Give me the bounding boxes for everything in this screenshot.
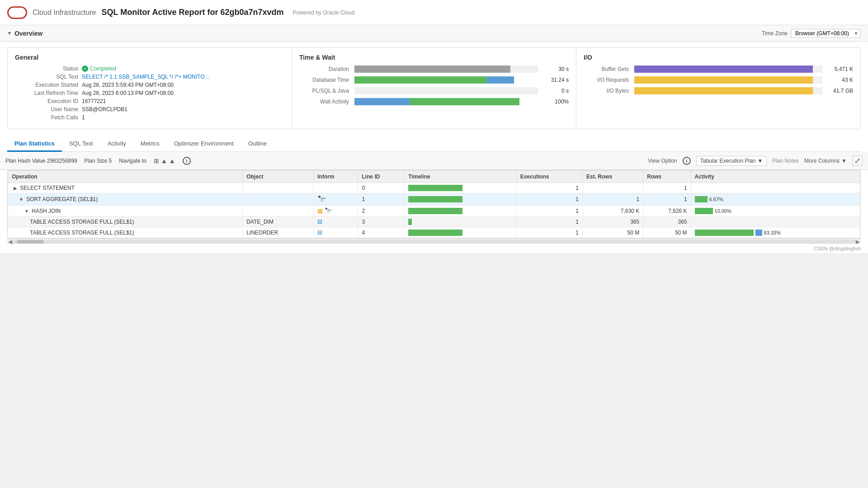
scroll-left-icon[interactable]: ◀ (8, 239, 12, 245)
app-header: Cloud Infrastructure SQL Monitor Active … (0, 0, 868, 25)
general-sqltext-value[interactable]: SELECT /* 1.1 SSB_SAMPLE_SQL */ /*+ MONI… (82, 74, 209, 80)
table-row: ▶ SELECT STATEMENT 0 1 1 (8, 183, 860, 193)
col-header-activity: Activity (691, 171, 860, 183)
activity-pct: 10.00% (715, 208, 731, 214)
general-panel: General Status ✓ Completed SQL Text SELE… (8, 47, 292, 129)
general-status-value: ✓ Completed (82, 66, 116, 72)
timezone-label: Time Zone (762, 30, 788, 37)
header-powered-by: Powered by Oracle Cloud (293, 9, 355, 16)
activity-cell (691, 183, 860, 193)
lineid-cell: 2 (358, 206, 405, 216)
timeline-cell (405, 193, 516, 206)
collapse-icon[interactable]: ▼ (24, 209, 29, 214)
plan-notes-button[interactable]: Plan Notes (772, 158, 799, 164)
info-icon[interactable]: i (183, 157, 191, 165)
tab-bar: Plan Statistics SQL Text Activity Metric… (7, 136, 861, 152)
estrows-cell (582, 183, 643, 193)
view-option-label: View Option (648, 158, 677, 164)
io-requests-row: I/O Requests 43 K (584, 76, 853, 84)
inform-cell: 🔭 (314, 193, 358, 206)
table-icon: ▦ (317, 207, 323, 214)
activity-pct: 6.67% (709, 197, 723, 202)
io-buffergets-value: 5,471 K (826, 66, 853, 72)
tw-dbtime-bar-blue (486, 76, 514, 84)
op-cell: ▶ SELECT STATEMENT (8, 183, 243, 193)
io-buffergets-bar (634, 66, 813, 73)
col-header-operation: Operation (8, 171, 243, 183)
header-title: SQL Monitor Active Report for 62gb0a7n7x… (102, 8, 284, 17)
rows-cell: 365 (643, 216, 691, 227)
estrows-cell: 1 (582, 193, 643, 206)
io-bytes-bar (634, 87, 813, 94)
rows-cell: 50 M (643, 227, 691, 238)
general-username-value: SSB@ORCLPDB1 (82, 106, 127, 113)
plan-size: Plan Size 5 (85, 158, 112, 164)
tab-activity[interactable]: Activity (100, 136, 133, 152)
activity-cell: 6.67% (691, 193, 860, 206)
timeline-bar (408, 208, 462, 214)
col-header-rows: Rows (643, 171, 691, 183)
lineid-cell: 4 (358, 227, 405, 238)
timeline-bar (408, 230, 462, 236)
timezone-select[interactable]: Browser (GMT+08:00) (791, 29, 861, 38)
table-row: ▼ SORT AGGREGATE (SEL$1) 🔭 1 1 (8, 193, 860, 206)
general-execid-row: Execution ID 16777221 (15, 98, 284, 104)
general-execstart-label: Execution Started (15, 82, 78, 88)
activity-cell: 83.33% (691, 227, 860, 238)
navigate-up2-icon[interactable]: ▲ (169, 157, 175, 164)
oracle-logo (7, 6, 27, 19)
executions-cell: 1 (516, 206, 582, 216)
activity-bar-blue (755, 230, 762, 236)
io-buffergets-row: Buffer Gets 5,471 K (584, 66, 853, 73)
inform-cell (314, 183, 358, 193)
tw-wait-label: Wait Activity (299, 99, 349, 105)
navigate-home-icon[interactable]: ⊞ (154, 157, 159, 164)
scrollbar-thumb[interactable] (17, 240, 44, 244)
rows-cell: 1 (643, 183, 691, 193)
executions-cell: 1 (516, 183, 582, 193)
timeline-cell (405, 183, 516, 193)
table-row: TABLE ACCESS STORAGE FULL (SEL$1) LINEOR… (8, 227, 860, 238)
activity-bar-container: 83.33% (695, 230, 856, 236)
general-fetchcalls-row: Fetch Calls 1 (15, 114, 284, 121)
tab-metrics[interactable]: Metrics (133, 136, 167, 152)
io-buffergets-label: Buffer Gets (584, 66, 629, 72)
plan-view-dropdown[interactable]: Tabular Execution Plan ▼ (696, 156, 767, 166)
navigate-up-icon[interactable]: ▲ (161, 157, 167, 164)
general-fetchcalls-value: 1 (82, 114, 85, 121)
time-wait-panel: Time & Wait Duration 30 s Database Time … (292, 47, 576, 129)
col-header-inform: Inform (314, 171, 358, 183)
status-icon: ✓ (82, 66, 88, 72)
tab-plan-statistics[interactable]: Plan Statistics (7, 136, 62, 152)
io-title: I/O (584, 54, 853, 61)
more-columns-button[interactable]: More Columns ▼ (804, 158, 847, 164)
rows-cell: 1 (643, 193, 691, 206)
view-option-info-icon[interactable]: i (683, 157, 691, 165)
general-execid-value: 16777221 (82, 98, 106, 104)
inform-cell: ⊟ (314, 227, 358, 238)
tab-outline[interactable]: Outline (241, 136, 274, 152)
horizontal-scrollbar[interactable]: ◀ ▶ (7, 239, 861, 244)
estrows-cell: 7,630 K (582, 206, 643, 216)
timezone-area: Time Zone Browser (GMT+08:00) (762, 29, 861, 38)
tab-optimizer-env[interactable]: Optimizer Environment (167, 136, 241, 152)
inform-cell: ⊟ (314, 216, 358, 227)
col-header-object: Object (243, 171, 314, 183)
tw-duration-bar-container (354, 66, 538, 73)
estrows-cell: 365 (582, 216, 643, 227)
collapse-icon[interactable]: ▶ (14, 186, 17, 191)
tw-plsql-label: PL/SQL & Java (299, 88, 349, 94)
tw-duration-label: Duration (299, 66, 349, 72)
time-wait-title: Time & Wait (299, 54, 569, 61)
timezone-wrapper[interactable]: Browser (GMT+08:00) (791, 29, 861, 38)
activity-bar-green (695, 196, 708, 202)
collapse-icon[interactable]: ▼ (19, 197, 24, 202)
expand-button[interactable]: ⤢ (852, 155, 863, 166)
tab-sql-text[interactable]: SQL Text (62, 136, 100, 152)
tw-duration-bar (354, 66, 510, 73)
scroll-right-icon[interactable]: ▶ (856, 239, 860, 245)
binoculars2-icon: 🔭 (325, 207, 332, 214)
lineid-cell: 1 (358, 193, 405, 206)
io-requests-value: 43 K (826, 77, 853, 83)
general-title: General (15, 54, 284, 61)
